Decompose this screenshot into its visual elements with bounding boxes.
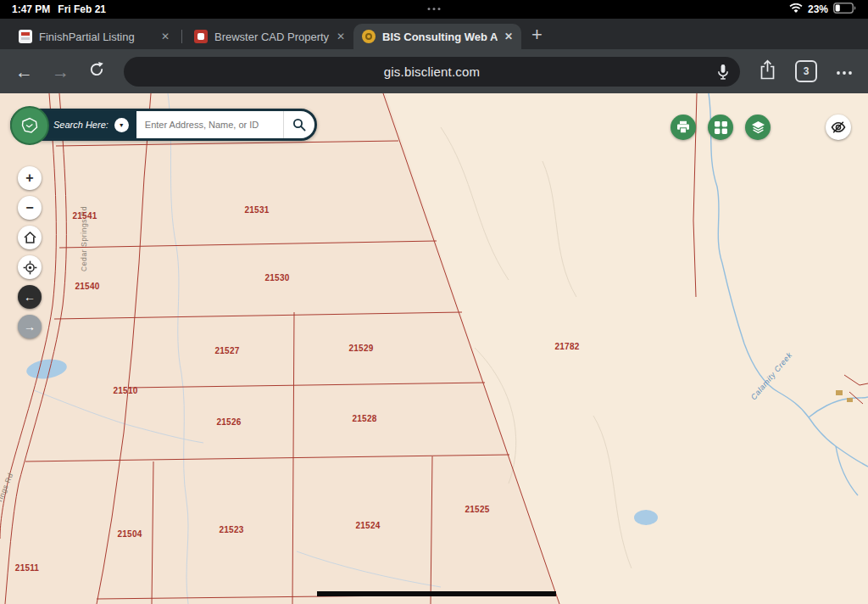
browser-back-button[interactable]: ← [15,63,33,81]
previous-extent-button[interactable]: ← [18,285,42,309]
close-tab-icon[interactable]: ✕ [504,31,513,42]
my-location-button[interactable] [18,255,42,279]
more-menu-icon[interactable] [836,64,853,79]
address-bar[interactable]: gis.bisclient.com [124,57,740,87]
parcel-label: 21782 [555,342,580,351]
parcel-label: 21531 [245,205,270,215]
tab-strip: FinishPartial Listing ✕ Brewster CAD Pro… [0,19,868,49]
next-extent-button[interactable]: → [18,315,42,338]
voice-search-icon[interactable] [717,64,729,83]
gis-map[interactable]: Cedar Springs Rd rings Rd Calamity Creek… [0,93,868,604]
search-scope-dropdown[interactable]: ▼ [114,118,129,132]
close-tab-icon[interactable]: ✕ [337,31,345,42]
parcel-label: 21529 [349,344,374,353]
tab-title: BIS Consulting Web Ap [382,31,498,43]
map-search-bar[interactable]: Search Here: ▼ [10,109,317,141]
status-bar: 1:47 PM Fri Feb 21 23% [0,0,868,19]
parcel-label: 21525 [465,505,490,514]
browser-forward-button[interactable]: → [52,63,70,81]
parcel-label: 21511 [15,563,39,573]
eye-off-icon [831,120,846,134]
zoom-in-button[interactable]: + [18,166,42,190]
tab-title: FinishPartial Listing [39,31,154,43]
apps-grid-button[interactable] [708,115,733,140]
battery-icon [833,3,856,16]
grid-icon [715,121,727,134]
tab3-favicon [362,30,376,43]
toggle-visibility-button[interactable] [826,115,851,140]
parcel-label: 21526 [217,417,242,427]
parcel-label: 21541 [73,211,97,221]
home-extent-button[interactable] [18,226,42,249]
layers-icon [751,120,765,134]
clock: 1:47 PM [12,3,50,15]
new-tab-button[interactable]: + [531,24,542,46]
tab-separator [181,30,182,43]
battery-percent: 23% [808,3,828,15]
close-tab-icon[interactable]: ✕ [161,31,170,42]
parcel-label: 21524 [356,521,381,530]
share-icon[interactable] [759,59,776,84]
scale-bar [317,591,556,596]
map-control-stack: + − ← → [18,166,42,338]
parcel-label: 21530 [265,273,290,282]
multitask-dots-icon [428,8,441,10]
parcel-label: 21540 [75,282,100,291]
creek-label: Calamity Creek [749,350,794,401]
browser-toolbar: ← → gis.bisclient.com 3 [0,49,868,93]
county-logo [10,106,49,145]
reload-button[interactable] [88,61,105,81]
tab-switcher-button[interactable]: 3 [795,60,817,82]
layers-button[interactable] [745,115,771,140]
parcel-label: 21523 [220,525,244,534]
print-icon [676,120,690,134]
parcel-label: 21527 [215,346,240,355]
search-input[interactable] [136,120,283,130]
zoom-out-button[interactable]: − [18,196,42,220]
print-button[interactable] [670,115,696,140]
search-submit-button[interactable] [283,111,314,138]
parcel-label: 21510 [114,386,138,395]
tab-bis-consulting-active[interactable]: BIS Consulting Web Ap ✕ [353,24,521,49]
tab-finishpartial-listing[interactable]: FinishPartial Listing ✕ [10,24,178,49]
map-action-buttons [670,115,771,140]
map-canvas[interactable]: Cedar Springs Rd rings Rd Calamity Creek [0,93,868,604]
locate-icon [23,260,37,275]
parcel-label: 21504 [118,529,142,539]
search-icon [292,118,306,131]
tab-title: Brewster CAD Property [214,31,330,43]
date: Fri Feb 21 [58,3,106,15]
url-text: gis.bisclient.com [384,64,480,79]
parcel-label: 21528 [353,414,377,423]
tab-brewster-cad[interactable]: Brewster CAD Property ✕ [186,24,353,49]
tab1-favicon [19,30,32,43]
tab2-favicon [194,30,208,43]
home-icon [24,232,36,243]
search-label: Search Here: [53,120,108,130]
wifi-icon [789,3,803,16]
